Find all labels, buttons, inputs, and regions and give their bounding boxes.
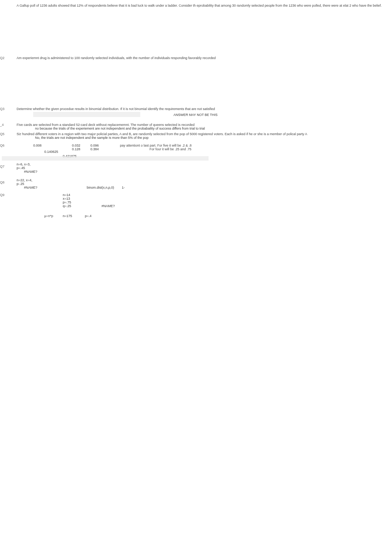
q4-label: _4 [0,123,11,127]
q6-v6: 0.140625 [44,150,58,154]
q2-label: Q2 [0,56,11,60]
q4-text: Five cards are selected from a standard … [17,123,388,127]
q3-answer-note: ANSWER MAY NOT BE THIS [173,113,217,117]
q6-v3: 0.096 [90,144,99,147]
q8-label: Q8 [0,181,11,184]
q9-q: q=.25 [63,204,71,208]
q7-params: n=6, x=3, p=.45 [17,162,39,170]
q6-note2: For four it will be .25 and .75 [149,147,192,151]
q3-label: Q3 [0,107,11,111]
q6-label: Q6 [0,144,11,147]
q6-v5: 0.384 [90,147,99,151]
q8-tail: 1- [122,186,125,189]
q8-error: #NAME? [24,186,37,189]
q4-sub: no because the trials of the experiement… [35,127,205,130]
q5-sub: No, the trials are not independent and t… [35,136,148,140]
q6-note1: pay attentiont o last part. For five it … [120,144,192,147]
q9-x: x=13 [63,197,70,200]
redaction-bar-2 [2,156,209,161]
q7-label: Q7 [0,165,11,168]
q1-text: A Gallup poll of 1236 adults showed that… [17,4,388,7]
q9-error: #NAME? [102,204,115,208]
q3-text: Determine whether the given procedue res… [17,107,388,111]
q9-p: p=.75 [63,200,71,204]
q9-mu-label: µ=n*p [44,214,53,218]
q6-v4: 0.128 [72,147,80,151]
q5-label: Q5 [0,132,11,136]
q8-formula: binom.dist(x,n,p,0) [87,186,114,189]
q9-mu-p: p=.4 [85,214,92,218]
redaction-bar [33,112,140,117]
q8-params: n=22, x=4, p-.25 [17,178,39,186]
q2-text: Am experiemnt drug is administered to 10… [17,56,388,60]
q5-text: Siz hundred different voters in a region… [17,132,388,136]
q9-label: Q9 [0,193,11,197]
q9-mu-n: n=175 [63,214,72,218]
q9-n: n=14 [63,193,70,197]
q6-v1: 0.008 [33,144,42,147]
document-page: A Gallup poll of 1236 adults showed that… [0,0,392,556]
q7-error: #NAME? [24,170,37,174]
q6-v2: 0.032 [72,144,80,147]
